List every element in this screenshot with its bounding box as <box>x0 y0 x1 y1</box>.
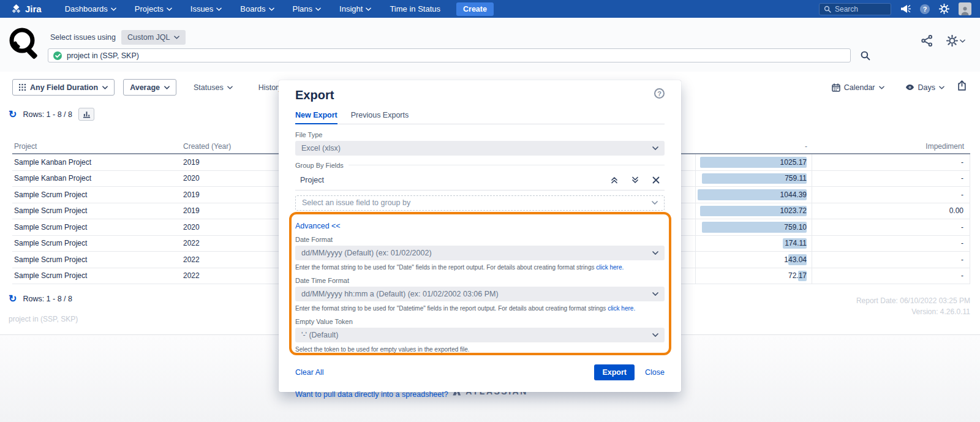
statuses-dropdown[interactable]: Statuses <box>185 83 241 92</box>
cell-impediment: - <box>812 252 970 268</box>
move-top-icon[interactable] <box>611 176 618 184</box>
export-icon <box>957 80 967 91</box>
nav-item-plans[interactable]: Plans <box>293 4 322 13</box>
rows-count: Rows: 1 - 8 / 8 <box>23 110 72 119</box>
group-by-label: Group By Fields <box>295 162 344 169</box>
date-format-help: Enter the format string to be used for "… <box>295 264 665 271</box>
datetime-format-help: Enter the format string to be used for "… <box>295 305 665 312</box>
header-actions <box>921 35 965 47</box>
advanced-toggle-link[interactable]: Advanced << <box>295 222 341 230</box>
date-format-select[interactable]: dd/MM/yyyy (Default) (ex: 01/02/2002) <box>295 246 665 260</box>
file-type-select[interactable]: Excel (xlsx) <box>295 141 665 156</box>
search-icon <box>824 6 831 13</box>
nav-item-boards[interactable]: Boards <box>240 4 274 13</box>
global-search-input[interactable]: Search <box>819 3 891 15</box>
date-format-help-link[interactable]: click here. <box>596 264 624 271</box>
nav-menu: Dashboards Projects Issues Boards Plans … <box>65 4 440 13</box>
cell-project: Sample Kanban Project <box>12 158 181 167</box>
search-icon <box>861 51 870 61</box>
refresh-icon[interactable]: ↻ <box>9 110 17 119</box>
app-screen: Jira Dashboards Projects Issues Boards P… <box>0 0 980 422</box>
report-settings-button[interactable] <box>946 35 965 47</box>
nav-item-time-in-status[interactable]: Time in Status <box>390 4 440 13</box>
export-submit-button[interactable]: Export <box>594 364 635 380</box>
calendar-icon <box>832 83 840 92</box>
rows-info-bar: ↻ Rows: 1 - 8 / 8 <box>9 108 94 121</box>
close-link[interactable]: Close <box>645 368 665 377</box>
jira-logo[interactable]: Jira <box>11 4 42 14</box>
clear-all-link[interactable]: Clear All <box>295 368 324 377</box>
share-icon <box>921 35 933 47</box>
spreadsheet-link[interactable]: Want to pull data directly into a spread… <box>295 390 448 399</box>
calendar-dropdown[interactable]: Calendar <box>832 83 884 92</box>
datetime-format-help-link[interactable]: click here. <box>608 305 635 312</box>
cell-value: 759.10 <box>695 219 812 235</box>
field-duration-dropdown[interactable]: Any Field Duration <box>12 79 115 96</box>
toolbar-left: Any Field Duration Average Statuses Hist… <box>12 79 322 96</box>
chevron-down-icon <box>652 251 658 255</box>
cell-impediment: - <box>812 154 970 170</box>
jql-input[interactable]: project in (SSP, SKP) <box>48 48 851 62</box>
top-navigation: Jira Dashboards Projects Issues Boards P… <box>0 0 980 18</box>
empty-token-label: Empty Value Token <box>295 318 665 325</box>
aggregation-dropdown[interactable]: Average <box>123 79 176 96</box>
cell-impediment: - <box>812 219 970 235</box>
empty-token-select[interactable]: '-' (Default) <box>295 328 665 342</box>
modal-tabs: New Export Previous Exports <box>295 111 665 124</box>
cell-value: 1023.72 <box>695 203 812 219</box>
chevron-down-icon <box>315 7 321 11</box>
group-by-add-select[interactable]: Select an issue field to group by <box>295 195 665 211</box>
cell-impediment: - <box>812 268 970 284</box>
jira-mark-icon <box>11 4 21 14</box>
cell-value: 174.11 <box>695 236 812 252</box>
cell-value: 1025.17 <box>695 154 812 170</box>
create-button[interactable]: Create <box>456 2 494 16</box>
export-report-button[interactable] <box>957 80 967 93</box>
datetime-format-select[interactable]: dd/MM/yyyy hh:mm a (Default) (ex: 01/02/… <box>295 287 665 301</box>
chevron-down-icon <box>652 333 658 337</box>
chart-view-button[interactable] <box>78 108 94 121</box>
settings-gear-icon[interactable] <box>939 4 949 14</box>
group-by-item-project[interactable]: Project <box>295 170 665 190</box>
chevron-down-icon <box>652 201 658 205</box>
cell-project: Sample Kanban Project <box>12 174 181 183</box>
file-type-label: File Type <box>295 131 665 138</box>
brand-name: Jira <box>25 4 42 14</box>
cell-project: Sample Scrum Project <box>12 271 181 280</box>
cell-value: 1044.39 <box>695 187 812 203</box>
column-header-impediment[interactable]: Impediment <box>812 140 970 153</box>
column-header-project[interactable]: Project <box>12 142 181 151</box>
nav-item-dashboards[interactable]: Dashboards <box>65 4 116 13</box>
chevron-down-icon <box>652 292 658 296</box>
refresh-icon[interactable]: ↻ <box>9 295 17 303</box>
query-mode-dropdown[interactable]: Custom JQL <box>121 30 186 45</box>
select-issues-label: Select issues using <box>50 33 116 42</box>
tab-new-export[interactable]: New Export <box>295 111 337 124</box>
move-bottom-icon[interactable] <box>631 176 639 184</box>
nav-right-group: Search ? <box>819 2 971 15</box>
modal-title: Export <box>295 88 334 102</box>
column-header-value[interactable]: - <box>695 140 812 153</box>
cell-impediment: - <box>812 187 970 203</box>
user-avatar[interactable] <box>959 2 971 15</box>
chevron-down-icon <box>102 86 108 89</box>
modal-help-icon[interactable]: ? <box>654 88 665 99</box>
chevron-down-icon <box>111 7 116 11</box>
nav-item-issues[interactable]: Issues <box>190 4 222 13</box>
nav-item-projects[interactable]: Projects <box>135 4 172 13</box>
cell-value: 72.17 <box>695 268 812 284</box>
help-icon[interactable]: ? <box>920 4 930 14</box>
cell-value: 143.04 <box>695 252 812 268</box>
query-header: Select issues using Custom JQL project i… <box>0 18 980 72</box>
chevron-down-icon <box>164 86 170 89</box>
gear-icon <box>946 35 958 47</box>
announcements-icon[interactable] <box>900 4 911 13</box>
share-button[interactable] <box>921 35 933 47</box>
run-query-button[interactable] <box>859 49 872 62</box>
version: Version: 4.26.0.11 <box>856 306 970 317</box>
divider <box>349 165 665 165</box>
remove-icon[interactable] <box>652 176 660 184</box>
tab-previous-exports[interactable]: Previous Exports <box>351 111 409 124</box>
nav-item-insight[interactable]: Insight <box>339 4 371 13</box>
units-dropdown[interactable]: Days <box>905 83 944 92</box>
